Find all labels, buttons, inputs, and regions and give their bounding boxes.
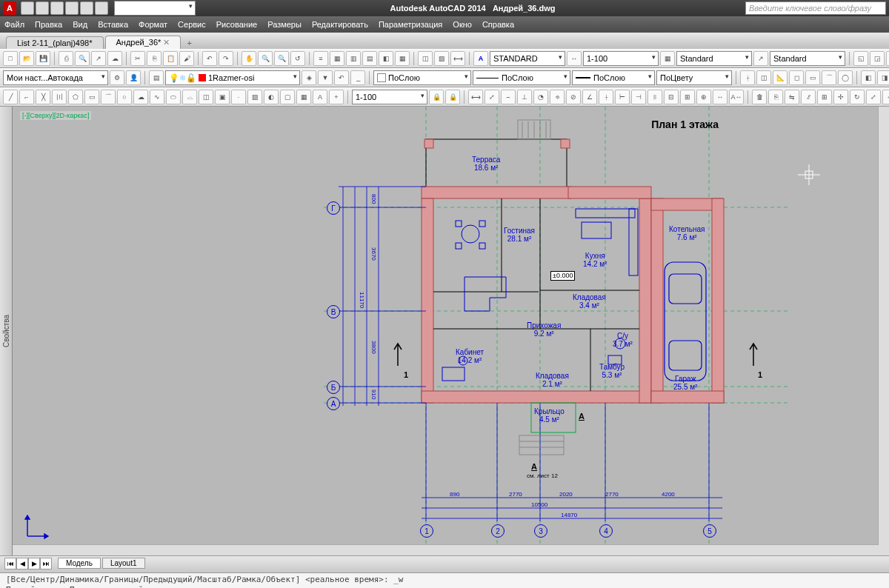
tb-misc-1-icon[interactable]: ◱	[853, 51, 868, 66]
tb-misc-2-icon[interactable]: ◲	[870, 51, 885, 66]
layout1-tab[interactable]: Layout1	[102, 558, 145, 569]
menu-help[interactable]: Справка	[482, 20, 514, 29]
layout-prev-icon[interactable]: ◀	[16, 558, 28, 569]
scrollbar-horizontal[interactable]	[13, 544, 879, 555]
cloud-icon[interactable]: ☁	[107, 51, 122, 66]
properties-palette-tab[interactable]: Свойства	[0, 107, 13, 555]
line-icon[interactable]: ╱	[3, 90, 18, 104]
rotate-icon[interactable]: ↻	[850, 90, 865, 104]
hatch-tool-icon[interactable]: ▨	[247, 90, 262, 104]
measure-7-icon[interactable]: ◯	[838, 70, 853, 85]
layer-iso-icon[interactable]: ▼	[318, 70, 333, 85]
tolerance-icon[interactable]: ⊞	[680, 90, 695, 104]
dim-break-icon[interactable]: ⊟	[664, 90, 679, 104]
gradient-icon[interactable]: ◐	[264, 90, 279, 104]
menu-service[interactable]: Сервис	[178, 20, 206, 29]
app-logo-icon[interactable]: A	[3, 1, 16, 15]
dim-radius-icon[interactable]: ◔	[533, 90, 548, 104]
file-tab-active[interactable]: Андрей_36* ✕	[105, 36, 182, 49]
publish-icon[interactable]: ↗	[91, 51, 106, 66]
spline-icon[interactable]: ∿	[150, 90, 164, 104]
region-icon[interactable]: ▢	[280, 90, 295, 104]
dim-linear-icon[interactable]: ⟷	[468, 90, 483, 104]
mirror-icon[interactable]: ⇋	[785, 90, 799, 104]
measure-3-icon[interactable]: 📐	[773, 70, 788, 85]
save-file-icon[interactable]: 💾	[36, 51, 50, 66]
preview-icon[interactable]: 🔍	[75, 51, 90, 66]
center-mark-icon[interactable]: ⊕	[696, 90, 711, 104]
ellipse-arc-icon[interactable]: ⌓	[182, 90, 197, 104]
dim-icon[interactable]: ⟷	[450, 51, 465, 66]
erase-icon[interactable]: 🗑	[752, 90, 767, 104]
plotstyle-combo[interactable]: ПоЦвету	[656, 70, 732, 85]
close-tab-icon[interactable]: ✕	[163, 38, 170, 47]
rect-icon[interactable]: ▭	[84, 90, 99, 104]
menu-dim[interactable]: Размеры	[267, 20, 302, 29]
zoom-window-icon[interactable]: 🔍	[274, 51, 289, 66]
move-icon[interactable]: ✢	[833, 90, 848, 104]
drawing-canvas[interactable]: [-][Сверху][2D-каркас] План 1 этажа	[13, 107, 889, 555]
tool-pal-icon[interactable]: ▥	[346, 51, 361, 66]
layer-prev-icon[interactable]: ↶	[334, 70, 349, 85]
inq-2-icon[interactable]: ◨	[877, 70, 889, 85]
dim-quick-icon[interactable]: ⟊	[599, 90, 613, 104]
layer-state-icon[interactable]: ◈	[302, 70, 316, 85]
hatch-icon[interactable]: ▨	[434, 51, 449, 66]
copy-icon[interactable]: ⎘	[147, 51, 162, 66]
polygon-icon[interactable]: ⬠	[68, 90, 83, 104]
match-icon[interactable]: 🖌	[179, 51, 194, 66]
color-combo[interactable]: ПоСлою	[373, 70, 471, 85]
menu-format[interactable]: Формат	[139, 20, 167, 29]
measure-2-icon[interactable]: ◫	[756, 70, 771, 85]
anno-scale2-combo[interactable]: 1-100	[352, 90, 427, 104]
lineweight-combo[interactable]: ПоСлою	[572, 70, 655, 85]
measure-5-icon[interactable]: ▭	[805, 70, 820, 85]
dim-style-icon[interactable]: ↔	[567, 51, 582, 66]
menu-insert[interactable]: Вставка	[98, 20, 128, 29]
menu-modify[interactable]: Редактировать	[312, 20, 368, 29]
help-search-input[interactable]: Введите ключевое слово/фразу	[745, 1, 886, 15]
props-icon[interactable]: ≡	[313, 51, 328, 66]
dim-edit-icon[interactable]: ↔	[713, 90, 727, 104]
table-style-combo[interactable]: Standard	[770, 51, 845, 66]
menu-draw[interactable]: Рисование	[216, 20, 257, 29]
model-tab[interactable]: Модель	[58, 558, 101, 569]
anno-1-icon[interactable]: 🔒	[429, 90, 444, 104]
layout-first-icon[interactable]: ⏮	[4, 558, 16, 569]
offset-icon[interactable]: ⫽	[801, 90, 816, 104]
arc-icon[interactable]: ⌒	[101, 90, 116, 104]
menu-view[interactable]: Вид	[73, 20, 87, 29]
sheet-set-icon[interactable]: ▤	[362, 51, 377, 66]
scale-icon[interactable]: ⤢	[866, 90, 881, 104]
text-style-icon[interactable]: A	[473, 51, 488, 66]
copy-obj-icon[interactable]: ⎘	[768, 90, 783, 104]
anno-2-icon[interactable]: 🔒	[445, 90, 460, 104]
dim-jog-icon[interactable]: ⎆	[550, 90, 565, 104]
print-icon[interactable]	[65, 1, 79, 15]
dim-style-combo[interactable]: Standard	[676, 51, 752, 66]
table-icon[interactable]: ▦	[296, 90, 311, 104]
file-tab[interactable]: List 2-11_(planj)498*	[6, 36, 104, 49]
new-icon[interactable]	[21, 1, 34, 15]
text-style-combo[interactable]: STANDARD	[490, 51, 565, 66]
dim-dia-icon[interactable]: ⊘	[566, 90, 581, 104]
annotation-scale-combo[interactable]: 1-100	[583, 51, 659, 66]
layer-match-icon[interactable]: ⎯	[350, 70, 365, 85]
save-icon[interactable]	[50, 1, 64, 15]
menu-edit[interactable]: Правка	[35, 20, 62, 29]
add-sel-icon[interactable]: +	[329, 90, 344, 104]
measure-1-icon[interactable]: ⟊	[740, 70, 755, 85]
new-file-icon[interactable]: □	[3, 51, 18, 66]
measure-4-icon[interactable]: ◻	[789, 70, 804, 85]
linetype-combo[interactable]: ПоСлою	[473, 70, 570, 85]
mline-icon[interactable]: 〣	[52, 90, 67, 104]
insert-icon[interactable]: ◫	[199, 90, 213, 104]
dim-ord-icon[interactable]: ⊥	[517, 90, 532, 104]
paste-icon[interactable]: 📋	[163, 51, 178, 66]
workspace-combo[interactable]: Мои наст...Автокада	[3, 70, 108, 85]
make-block-icon[interactable]: ▣	[215, 90, 230, 104]
dim-aligned-icon[interactable]: ⤢	[485, 90, 499, 104]
markup-icon[interactable]: ◧	[379, 51, 393, 66]
revcloud-icon[interactable]: ☁	[133, 90, 148, 104]
cut-icon[interactable]: ✂	[130, 51, 145, 66]
